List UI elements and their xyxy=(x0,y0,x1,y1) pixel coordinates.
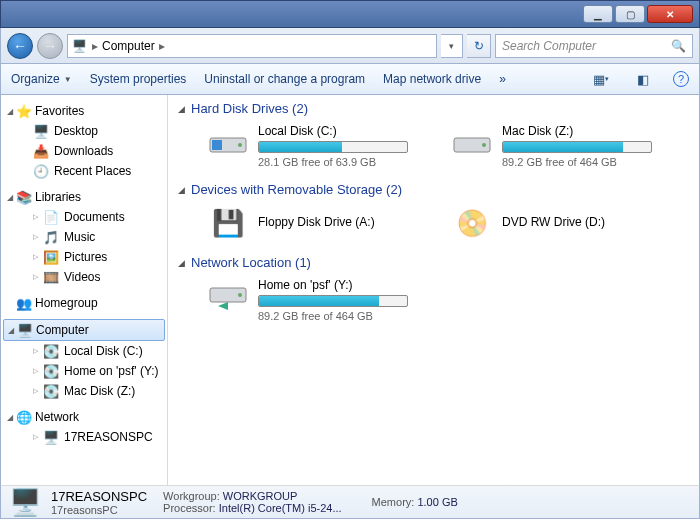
address-history-button[interactable]: ▾ xyxy=(441,34,463,58)
computer-icon: 🖥️ xyxy=(17,322,33,338)
sidebar-item-local-disk[interactable]: ▷💽Local Disk (C:) xyxy=(3,341,165,361)
recent-icon: 🕘 xyxy=(33,163,49,179)
forward-button[interactable]: → xyxy=(37,33,63,59)
chevron-right-icon: ▸ xyxy=(159,39,165,53)
uninstall-button[interactable]: Uninstall or change a program xyxy=(204,72,365,86)
documents-icon: 📄 xyxy=(43,209,59,225)
chevron-right-icon: ▸ xyxy=(92,39,98,53)
breadcrumb-location[interactable]: Computer xyxy=(102,39,155,53)
details-pane: 🖥️ 17REASONSPC 17reasonsPC Workgroup: WO… xyxy=(0,485,700,519)
homegroup-icon: 👥 xyxy=(16,295,32,311)
libraries-icon: 📚 xyxy=(16,189,32,205)
sidebar-item-documents[interactable]: ▷📄Documents xyxy=(3,207,165,227)
drive-floppy-a[interactable]: 💾 Floppy Disk Drive (A:) xyxy=(208,205,428,241)
close-button[interactable] xyxy=(647,5,693,23)
help-button[interactable]: ? xyxy=(673,71,689,87)
favorites-group[interactable]: ◢⭐Favorites xyxy=(3,101,165,121)
capacity-bar xyxy=(258,141,408,153)
libraries-group[interactable]: ◢📚Libraries xyxy=(3,187,165,207)
content-pane: ◢Hard Disk Drives (2) Local Disk (C:) 28… xyxy=(168,95,699,485)
homegroup-group[interactable]: ◢👥Homegroup xyxy=(3,293,165,313)
toolbar-overflow-button[interactable]: » xyxy=(499,72,506,86)
drive-home-psf-y[interactable]: Home on 'psf' (Y:) 89.2 GB free of 464 G… xyxy=(208,278,428,322)
drive-status: 89.2 GB free of 464 GB xyxy=(258,310,428,322)
memory-label: Memory: xyxy=(372,496,415,508)
collapse-icon: ◢ xyxy=(8,326,14,335)
address-bar[interactable]: 🖥️ ▸ Computer ▸ xyxy=(67,34,437,58)
pc-domain: 17reasonsPC xyxy=(51,504,147,516)
view-button[interactable]: ▦▾ xyxy=(589,69,613,89)
nav-bar: ← → 🖥️ ▸ Computer ▸ ▾ ↻ Search Computer … xyxy=(0,28,700,63)
sidebar-item-recent[interactable]: 🕘Recent Places xyxy=(3,161,165,181)
minimize-button[interactable] xyxy=(583,5,613,23)
command-bar: Organize▼ System properties Uninstall or… xyxy=(0,63,700,95)
collapse-icon: ◢ xyxy=(7,193,13,202)
sidebar-item-network-pc[interactable]: ▷🖥️17REASONSPC xyxy=(3,427,165,447)
star-icon: ⭐ xyxy=(16,103,32,119)
processor-label: Processor: xyxy=(163,502,216,514)
collapse-icon: ◢ xyxy=(178,185,185,195)
drive-icon: 💽 xyxy=(43,383,59,399)
section-removable[interactable]: ◢Devices with Removable Storage (2) xyxy=(178,182,689,197)
sidebar-item-downloads[interactable]: 📥Downloads xyxy=(3,141,165,161)
maximize-button[interactable] xyxy=(615,5,645,23)
sidebar-item-desktop[interactable]: 🖥️Desktop xyxy=(3,121,165,141)
drive-status: 28.1 GB free of 63.9 GB xyxy=(258,156,428,168)
sidebar-item-pictures[interactable]: ▷🖼️Pictures xyxy=(3,247,165,267)
preview-pane-button[interactable]: ◧ xyxy=(631,69,655,89)
hard-drive-icon xyxy=(208,124,248,160)
capacity-bar xyxy=(258,295,408,307)
organize-button[interactable]: Organize▼ xyxy=(11,72,72,86)
network-icon: 🌐 xyxy=(16,409,32,425)
pc-icon: 🖥️ xyxy=(43,429,59,445)
system-properties-button[interactable]: System properties xyxy=(90,72,187,86)
search-icon: 🔍 xyxy=(671,39,686,53)
computer-icon: 🖥️ xyxy=(70,37,88,55)
drive-name: Mac Disk (Z:) xyxy=(502,124,672,138)
network-drive-icon xyxy=(208,278,248,314)
section-network[interactable]: ◢Network Location (1) xyxy=(178,255,689,270)
refresh-button[interactable]: ↻ xyxy=(467,34,491,58)
music-icon: 🎵 xyxy=(43,229,59,245)
drive-status: 89.2 GB free of 464 GB xyxy=(502,156,672,168)
search-input[interactable]: Search Computer 🔍 xyxy=(495,34,693,58)
drive-name: Home on 'psf' (Y:) xyxy=(258,278,428,292)
map-drive-button[interactable]: Map network drive xyxy=(383,72,481,86)
capacity-bar xyxy=(502,141,652,153)
sidebar-item-mac-disk[interactable]: ▷💽Mac Disk (Z:) xyxy=(3,381,165,401)
svg-rect-1 xyxy=(212,140,222,150)
sidebar-item-music[interactable]: ▷🎵Music xyxy=(3,227,165,247)
svg-point-6 xyxy=(238,293,242,297)
computer-icon: 🖥️ xyxy=(9,487,41,518)
desktop-icon: 🖥️ xyxy=(33,123,49,139)
hard-drive-icon xyxy=(452,124,492,160)
floppy-icon: 💾 xyxy=(208,205,248,241)
collapse-icon: ◢ xyxy=(178,258,185,268)
collapse-icon: ◢ xyxy=(178,104,185,114)
drive-dvd-d[interactable]: 📀 DVD RW Drive (D:) xyxy=(452,205,672,241)
svg-point-4 xyxy=(482,143,486,147)
computer-group[interactable]: ◢🖥️Computer xyxy=(3,319,165,341)
drive-local-c[interactable]: Local Disk (C:) 28.1 GB free of 63.9 GB xyxy=(208,124,428,168)
sidebar-item-home-psf[interactable]: ▷💽Home on 'psf' (Y:) xyxy=(3,361,165,381)
network-group[interactable]: ◢🌐Network xyxy=(3,407,165,427)
drive-icon: 💽 xyxy=(43,343,59,359)
back-button[interactable]: ← xyxy=(7,33,33,59)
search-placeholder: Search Computer xyxy=(502,39,596,53)
window-titlebar xyxy=(0,0,700,28)
workgroup-value: WORKGROUP xyxy=(223,490,298,502)
sidebar-item-videos[interactable]: ▷🎞️Videos xyxy=(3,267,165,287)
section-hdd[interactable]: ◢Hard Disk Drives (2) xyxy=(178,101,689,116)
downloads-icon: 📥 xyxy=(33,143,49,159)
drive-mac-z[interactable]: Mac Disk (Z:) 89.2 GB free of 464 GB xyxy=(452,124,672,168)
pictures-icon: 🖼️ xyxy=(43,249,59,265)
drive-name: Local Disk (C:) xyxy=(258,124,428,138)
dvd-icon: 📀 xyxy=(452,205,492,241)
drive-name: Floppy Disk Drive (A:) xyxy=(258,215,428,229)
memory-value: 1.00 GB xyxy=(417,496,457,508)
pc-name: 17REASONSPC xyxy=(51,489,147,504)
workgroup-label: Workgroup: xyxy=(163,490,220,502)
collapse-icon: ◢ xyxy=(7,107,13,116)
videos-icon: 🎞️ xyxy=(43,269,59,285)
network-drive-icon: 💽 xyxy=(43,363,59,379)
